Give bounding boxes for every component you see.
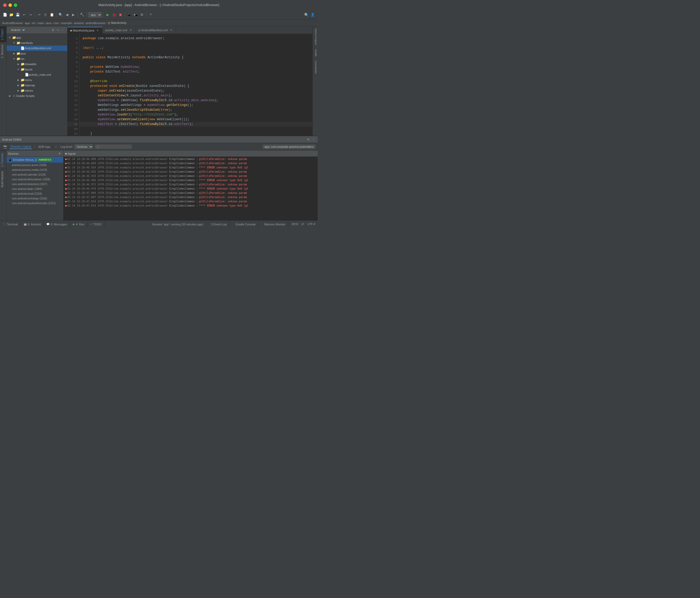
tree-item-java[interactable]: ▶ 📁 java [7, 51, 67, 56]
user-button[interactable]: 👤 [310, 12, 316, 18]
tree-item-mipmap[interactable]: ▶ 📁 mipmap [7, 83, 67, 88]
todo-tab[interactable]: ✓ TODO [88, 221, 105, 228]
stop-button[interactable]: ⏹ [118, 12, 123, 18]
process-email[interactable]: com.android.email (2163) [7, 191, 63, 196]
android-tab[interactable]: 🤖 6: Android [21, 221, 44, 228]
maximize-button[interactable] [14, 3, 17, 7]
favorites-tab[interactable]: 2: Favorites [0, 150, 6, 169]
breadcrumb-app[interactable]: app [25, 21, 30, 25]
find-button[interactable]: 🔍 [58, 12, 64, 18]
paste-button[interactable]: 📋 [49, 12, 55, 18]
memory-monitor-tab[interactable]: Memory Monitor [261, 221, 288, 228]
close-button[interactable] [3, 3, 7, 7]
tree-item-gradle[interactable]: ▶ ⊙ Gradle Scripts [7, 93, 67, 99]
gradle-tab[interactable]: Gradle [313, 47, 318, 58]
tree-item-manifest[interactable]: 📄 AndroidManifest.xml [7, 46, 67, 51]
log-search-input[interactable] [95, 145, 132, 149]
process-acore[interactable]: android.process.acore (1568) [7, 163, 63, 167]
breadcrumb-androidbrowser[interactable]: AndroidBrowser [2, 21, 23, 25]
settings-button[interactable]: ⚙ [139, 12, 145, 18]
help-button[interactable]: ? [148, 12, 154, 18]
process-defcontainer[interactable]: com.android.defcontainer (1658) [7, 177, 63, 182]
tab-activity-main[interactable]: activity_main.xml ✕ [102, 27, 135, 34]
window-controls[interactable] [3, 3, 17, 7]
search-everywhere-button[interactable]: 🔍 [303, 12, 309, 18]
tab-androidmanifest[interactable]: ◎ AndroidManifest.xml ✕ [135, 27, 176, 34]
new-file-button[interactable]: 📄 [2, 12, 8, 18]
devices-action-btn[interactable]: ▼ [57, 151, 62, 156]
undo-button[interactable]: ↩ [21, 12, 27, 18]
view-selector[interactable]: Android [9, 28, 26, 32]
avd-button[interactable]: 📲 [133, 12, 139, 18]
ddms-settings-button[interactable]: ⚙ [306, 138, 310, 142]
build-variants-tab[interactable]: Build Variants [0, 169, 6, 189]
sync-button[interactable]: ⚙ [51, 28, 55, 32]
process-deskclock-label: com.android.deskclock (1827) [12, 183, 47, 185]
tree-item-drawable[interactable]: ▶ 📁 drawable [7, 61, 67, 67]
process-calendar[interactable]: com.android.calendar (2126) [7, 172, 63, 177]
breadcrumb-mainactivity[interactable]: ◎ MainActivity [108, 21, 127, 25]
tree-item-activity-main[interactable]: 📄 activity_main.xml [7, 72, 67, 77]
forward-button[interactable]: ▶ [70, 12, 76, 18]
code-content[interactable]: package com.example.aravind.androidbrows… [79, 34, 312, 135]
build-button[interactable]: 🔨 [79, 12, 85, 18]
tree-item-res[interactable]: ▼ 📁 res [7, 56, 67, 61]
gradle-console-tab[interactable]: Gradle Console [233, 221, 258, 228]
maven-projects-tab[interactable]: Maven Projects [313, 26, 318, 47]
code-editor[interactable]: 1 2 3 4 5 6 7 8 9 10 11 12 13 14 15 16 1… [68, 34, 312, 135]
process-dialer[interactable]: com.android.dialer (1864) [7, 186, 63, 191]
camera-button[interactable]: 📷 [2, 144, 8, 150]
debug-button[interactable]: 🐞 [111, 12, 117, 18]
event-log-tab[interactable]: 3 Event Log [208, 221, 229, 228]
breadcrumb-java[interactable]: java [46, 21, 51, 25]
process-inputmethod[interactable]: com.android.inputmethod.latin (1412) [7, 201, 63, 205]
copy-button[interactable]: ⎘ [43, 12, 48, 18]
tab-mainactivity[interactable]: ■ MainActivity.java ✕ [68, 27, 102, 34]
tab-activity-main-close[interactable]: ✕ [129, 28, 133, 32]
save-button[interactable]: 💾 [15, 12, 21, 18]
breadcrumb-example[interactable]: example [61, 21, 72, 25]
breadcrumb-main[interactable]: main [38, 21, 44, 25]
tree-item-values[interactable]: ▶ 📁 values [7, 88, 67, 93]
breadcrumb-androidbrowser2[interactable]: androidbrowser [85, 21, 106, 25]
terminal-tab[interactable]: ⬛ Terminal [0, 221, 21, 228]
ddms-action-btn[interactable]: ↕ [53, 144, 59, 150]
project-panel-tab[interactable]: 1: Project [0, 26, 6, 42]
messages-tab[interactable]: 💬 0: Messages [44, 221, 70, 228]
ddms-tab-devices[interactable]: Devices | logcat [9, 144, 32, 149]
gear-button[interactable]: ≡ [56, 28, 60, 32]
log-line-2: ● 02-14 16:28:46.899 2478-2516/com.examp… [64, 161, 318, 165]
app-filter-input[interactable] [262, 145, 316, 149]
process-exchange[interactable]: com.android.exchange (2182) [7, 196, 63, 201]
app-selector[interactable]: app [88, 12, 102, 18]
device-emulator[interactable]: 📱 Emulator Nexus_5 Android 5.0 [7, 157, 63, 163]
commander-tab[interactable]: Commander [313, 58, 318, 76]
sdk-button[interactable]: 📱 [126, 12, 132, 18]
run-button[interactable]: ▶ [105, 12, 111, 18]
tree-item-manifests[interactable]: ▼ 📁 manifests [7, 40, 67, 46]
back-button[interactable]: ◀ [64, 12, 70, 18]
logcat-clear-button[interactable]: − [312, 151, 316, 156]
log-level-select[interactable]: Verbose Debug Info Warn Error [74, 144, 93, 149]
tree-item-menu[interactable]: ▶ 📁 menu [7, 77, 67, 83]
cut-button[interactable]: ✂ [36, 12, 42, 18]
redo-button[interactable]: ↪ [28, 12, 33, 18]
minimize-button[interactable] [8, 3, 12, 7]
breadcrumb-aravind[interactable]: aravind [74, 21, 83, 25]
ddms-tab-adb[interactable]: ADB logs [37, 145, 51, 149]
log-ind-e3: ● [65, 166, 67, 169]
breadcrumb-src[interactable]: src [32, 21, 36, 25]
ddms-close-button[interactable]: − [311, 138, 316, 142]
process-media[interactable]: android.process.media (1423) [7, 167, 63, 172]
breadcrumb-com[interactable]: com [53, 21, 59, 25]
tab-androidmanifest-close[interactable]: ✕ [170, 28, 173, 32]
tab-mainactivity-close[interactable]: ✕ [96, 29, 100, 32]
open-button[interactable]: 📁 [8, 12, 14, 18]
tree-item-app[interactable]: ▼ 📁 app [7, 35, 67, 40]
collapse-button[interactable]: − [61, 28, 65, 32]
logcat-content[interactable]: ● 02-14 16:28:46.890 2478-2516/com.examp… [64, 157, 318, 220]
run-tab[interactable]: ▶ 4: Run [70, 221, 88, 228]
structure-panel-tab[interactable]: 2: Structure [0, 42, 6, 60]
process-deskclock[interactable]: com.android.deskclock (1827) [7, 182, 63, 186]
tree-item-layout[interactable]: ▼ 📁 layout [7, 67, 67, 72]
